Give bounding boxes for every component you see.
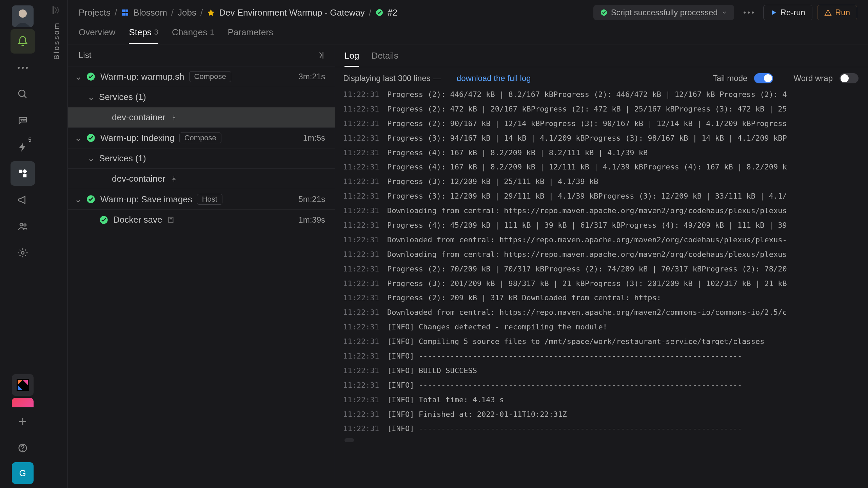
log-timestamp: 11:22:31 <box>343 146 379 160</box>
status-pill[interactable]: Script successfully processed <box>593 5 734 20</box>
search-icon[interactable] <box>11 82 35 106</box>
breadcrumb-project[interactable]: Blossom <box>133 7 167 18</box>
success-icon <box>375 8 383 17</box>
rerun-button[interactable]: Re-run <box>763 5 812 20</box>
svg-point-3 <box>22 67 24 69</box>
bolt-icon[interactable]: 5 <box>11 135 35 159</box>
tree-row[interactable]: dev-container <box>68 168 335 189</box>
g-tile-icon[interactable]: G <box>12 462 34 484</box>
chevron-down-icon[interactable]: ⌄ <box>87 92 94 102</box>
pin-icon[interactable] <box>170 175 178 183</box>
steps-panel: List ⌄Warm-up: warmup.shCompose3m:21s⌄Se… <box>68 44 335 488</box>
svg-point-15 <box>21 251 24 254</box>
breadcrumb-job[interactable]: Dev Environment Warmup - Gateway <box>219 7 365 18</box>
log-line: 11:22:31[INFO] Compiling 5 source files … <box>343 334 868 349</box>
svg-point-1 <box>19 9 27 18</box>
log-line: 11:22:31Progress (3): 94/167 kB | 14 kB … <box>343 131 868 146</box>
tree-row-badge: Compose <box>179 133 221 143</box>
svg-point-13 <box>20 223 23 226</box>
avatar[interactable] <box>12 5 34 27</box>
breadcrumb-projects[interactable]: Projects <box>79 7 111 18</box>
chat-icon[interactable] <box>11 108 35 133</box>
log-message: [INFO] Changes detected - recompiling th… <box>387 320 607 334</box>
tree-row-duration: 5m:21s <box>298 195 325 204</box>
more-actions-icon[interactable] <box>739 11 758 14</box>
chevron-down-icon[interactable]: ⌄ <box>75 194 81 205</box>
pin-icon[interactable] <box>170 114 178 121</box>
log-tab-details[interactable]: Details <box>371 50 398 67</box>
svg-rect-10 <box>19 170 22 173</box>
log-message: Downloading from central: https://repo.m… <box>387 247 787 262</box>
log-message: [INFO] ---------------------------------… <box>387 422 742 436</box>
scrollbar-thumb[interactable] <box>344 438 354 442</box>
svg-rect-24 <box>122 13 125 16</box>
tree-row[interactable]: ⌄Warm-up: Save imagesHost5m:21s <box>68 189 335 209</box>
project-strip: Blossom <box>45 0 68 488</box>
tree-row[interactable]: ⌄Services (1) <box>68 148 335 168</box>
log-message: Progress (2): 90/167 kB | 12/14 kBProgre… <box>387 117 787 131</box>
tree-row[interactable]: Docker save1m:39s <box>68 209 335 230</box>
log-timestamp: 11:22:31 <box>343 305 379 320</box>
team-icon[interactable] <box>11 214 35 239</box>
log-line: 11:22:31Progress (4): 167 kB | 8.2/209 k… <box>343 160 868 175</box>
log-message: [INFO] Compiling 5 source files to /mnt/… <box>387 334 765 349</box>
add-icon[interactable] <box>11 409 35 434</box>
svg-point-4 <box>26 67 28 69</box>
log-line: 11:22:31Progress (2): 446/472 kB | 8.2/1… <box>343 87 868 102</box>
expand-icon[interactable] <box>316 51 325 60</box>
svg-point-30 <box>752 12 754 14</box>
tree-row-duration: 3m:21s <box>298 72 325 81</box>
log-message: [INFO] ---------------------------------… <box>387 378 742 393</box>
tree-row[interactable]: ⌄Services (1) <box>68 87 335 107</box>
breadcrumb-jobs[interactable]: Jobs <box>178 7 196 18</box>
chevron-down-icon[interactable]: ⌄ <box>75 133 81 143</box>
tree-row[interactable]: dev-container <box>68 107 335 127</box>
tree-row-title: Warm-up: Indexing <box>100 133 175 143</box>
word-wrap-toggle[interactable] <box>840 73 859 83</box>
tree-row[interactable]: ⌄Warm-up: IndexingCompose1m:5s <box>68 127 335 148</box>
run-button[interactable]: Run <box>817 5 857 20</box>
svg-point-9 <box>24 119 25 120</box>
tab-changes[interactable]: Changes1 <box>172 27 214 44</box>
help-icon[interactable] <box>11 436 35 460</box>
more-icon[interactable] <box>11 56 35 80</box>
apps-icon[interactable] <box>11 161 35 186</box>
svg-point-28 <box>744 12 746 14</box>
log-message: Downloaded from central: https://repo.ma… <box>387 233 787 247</box>
tree-row-duration: 1m:39s <box>298 215 325 225</box>
download-log-link[interactable]: download the full log <box>457 74 531 83</box>
gear-icon[interactable] <box>11 241 35 265</box>
log-line: 11:22:31[INFO] -------------------------… <box>343 378 868 393</box>
collapse-strip-icon[interactable] <box>52 5 61 15</box>
svg-point-20 <box>22 450 23 451</box>
tree-row-title: Warm-up: warmup.sh <box>100 72 184 82</box>
log-tab-log[interactable]: Log <box>344 50 359 67</box>
tree-row[interactable]: ⌄Warm-up: warmup.shCompose3m:21s <box>68 66 335 87</box>
star-icon[interactable] <box>207 8 215 17</box>
megaphone-icon[interactable] <box>11 188 35 212</box>
tree-row-title: Docker save <box>113 215 162 225</box>
log-line: 11:22:31[INFO] -------------------------… <box>343 349 868 364</box>
tail-mode-toggle[interactable] <box>754 73 773 83</box>
log-timestamp: 11:22:31 <box>343 218 379 233</box>
log-timestamp: 11:22:31 <box>343 131 379 146</box>
log-body[interactable]: 11:22:31Progress (2): 446/472 kB | 8.2/1… <box>335 87 868 488</box>
chevron-down-icon[interactable]: ⌄ <box>75 72 81 82</box>
log-line: 11:22:31Progress (2): 209 kB | 317 kB Do… <box>343 291 868 305</box>
tab-overview[interactable]: Overview <box>79 27 115 44</box>
log-timestamp: 11:22:31 <box>343 364 379 378</box>
steps-header-label: List <box>79 50 91 60</box>
log-timestamp: 11:22:31 <box>343 87 379 102</box>
log-message: Progress (3): 12/209 kB | 25/111 kB | 4.… <box>387 175 598 189</box>
svg-point-2 <box>18 67 20 69</box>
tab-steps[interactable]: Steps3 <box>129 27 158 44</box>
project-tile-icon[interactable] <box>12 398 34 407</box>
chevron-down-icon[interactable]: ⌄ <box>87 153 94 164</box>
svg-point-32 <box>828 14 828 15</box>
tab-parameters[interactable]: Parameters <box>228 27 273 44</box>
log-timestamp: 11:22:31 <box>343 102 379 117</box>
notifications-icon[interactable] <box>11 29 35 54</box>
jetbrains-icon[interactable] <box>12 374 34 396</box>
log-line: 11:22:31[INFO] -------------------------… <box>343 422 868 436</box>
document-icon[interactable] <box>167 216 175 224</box>
